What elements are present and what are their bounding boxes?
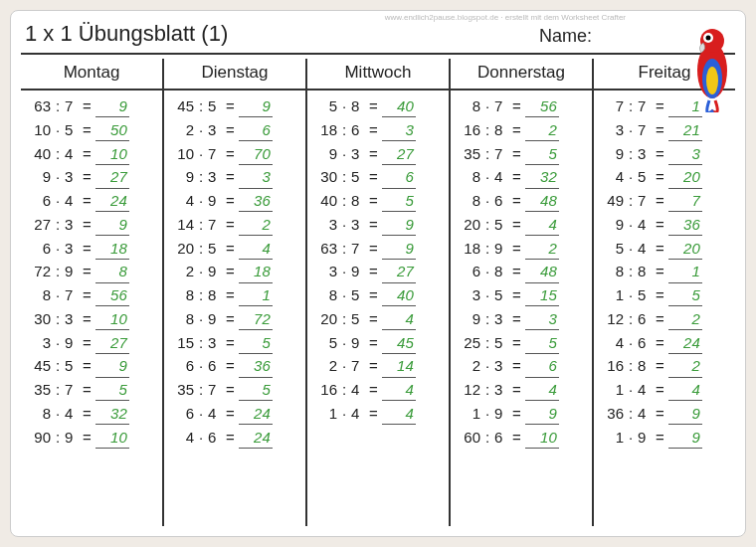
operand-b: 3 — [65, 309, 77, 329]
operator: · — [337, 96, 351, 116]
answer-blank[interactable]: 21 — [668, 120, 702, 141]
equals-sign: = — [83, 333, 92, 353]
equals-sign: = — [656, 262, 664, 281]
answer-blank[interactable]: 50 — [95, 120, 129, 141]
operator: · — [194, 404, 208, 424]
answer-blank[interactable]: 32 — [525, 167, 559, 188]
answer-blank[interactable]: 24 — [239, 428, 273, 449]
answer-blank[interactable]: 4 — [525, 215, 559, 236]
operand-b: 4 — [638, 239, 650, 259]
answer-blank[interactable]: 2 — [668, 356, 702, 377]
answer-blank[interactable]: 48 — [525, 262, 559, 282]
answer-blank[interactable]: 15 — [525, 285, 559, 306]
answer-blank[interactable]: 56 — [95, 285, 129, 306]
svg-point-2 — [706, 67, 718, 94]
answer-blank[interactable]: 40 — [382, 96, 416, 117]
answer-blank[interactable]: 3 — [668, 144, 702, 165]
problem-row: 30:3=10 — [29, 309, 158, 330]
answer-blank[interactable]: 70 — [239, 144, 273, 165]
problem-row: 8:8=1 — [602, 262, 731, 282]
answer-blank[interactable]: 2 — [668, 309, 702, 330]
answer-blank[interactable]: 4 — [382, 309, 416, 330]
answer-blank[interactable]: 4 — [382, 380, 416, 401]
answer-blank[interactable]: 27 — [95, 333, 129, 354]
answer-blank[interactable]: 2 — [525, 239, 559, 260]
answer-blank[interactable]: 3 — [382, 120, 416, 141]
answer-blank[interactable]: 9 — [239, 96, 273, 117]
answer-blank[interactable]: 24 — [239, 404, 273, 425]
answer-blank[interactable]: 9 — [668, 404, 702, 425]
answer-blank[interactable]: 56 — [525, 96, 559, 117]
answer-blank[interactable]: 9 — [95, 215, 129, 236]
answer-blank[interactable]: 1 — [239, 285, 273, 306]
answer-blank[interactable]: 72 — [239, 309, 273, 330]
answer-blank[interactable]: 14 — [382, 356, 416, 377]
equals-sign: = — [226, 96, 235, 116]
answer-blank[interactable]: 27 — [95, 167, 129, 188]
answer-blank[interactable]: 9 — [382, 215, 416, 236]
answer-blank[interactable]: 3 — [239, 167, 273, 188]
problem-row: 4·5=20 — [602, 167, 731, 188]
answer-blank[interactable]: 2 — [525, 120, 559, 141]
answer-blank[interactable]: 18 — [95, 239, 129, 260]
answer-blank[interactable]: 5 — [382, 191, 416, 212]
equals-sign: = — [83, 144, 92, 164]
problem-row: 16:8=2 — [459, 120, 588, 141]
answer-blank[interactable]: 24 — [668, 333, 702, 354]
answer-blank[interactable]: 4 — [382, 404, 416, 425]
answer-blank[interactable]: 10 — [95, 428, 129, 449]
answer-blank[interactable]: 6 — [525, 356, 559, 377]
answer-blank[interactable]: 10 — [95, 144, 129, 165]
problems-list: 8·7=5616:8=235:7=58·4=328·6=4820:5=418:9… — [451, 91, 592, 449]
equals-sign: = — [512, 239, 521, 259]
answer-blank[interactable]: 27 — [382, 262, 416, 282]
answer-blank[interactable]: 9 — [382, 239, 416, 260]
answer-blank[interactable]: 9 — [525, 404, 559, 425]
answer-blank[interactable]: 5 — [525, 144, 559, 165]
equals-sign: = — [226, 120, 235, 140]
answer-blank[interactable]: 5 — [239, 333, 273, 354]
operand-b: 6 — [638, 333, 650, 353]
answer-blank[interactable]: 9 — [95, 96, 129, 117]
operator: · — [337, 404, 351, 424]
equals-sign: = — [656, 239, 664, 259]
answer-blank[interactable]: 24 — [95, 191, 129, 212]
answer-blank[interactable]: 2 — [239, 215, 273, 236]
answer-blank[interactable]: 5 — [525, 333, 559, 354]
answer-blank[interactable]: 5 — [668, 285, 702, 306]
answer-blank[interactable]: 20 — [668, 239, 702, 260]
answer-blank[interactable]: 36 — [668, 215, 702, 236]
answer-blank[interactable]: 3 — [525, 309, 559, 330]
answer-blank[interactable]: 4 — [668, 380, 702, 401]
answer-blank[interactable]: 27 — [382, 144, 416, 165]
equals-sign: = — [369, 309, 378, 329]
answer-blank[interactable]: 40 — [382, 285, 416, 306]
answer-blank[interactable]: 9 — [668, 428, 702, 449]
answer-blank[interactable]: 1 — [668, 262, 702, 282]
answer-blank[interactable]: 10 — [525, 428, 559, 449]
operand-b: 5 — [351, 285, 363, 305]
answer-blank[interactable]: 45 — [382, 333, 416, 354]
answer-blank[interactable]: 32 — [95, 404, 129, 425]
operand-b: 6 — [494, 428, 506, 448]
answer-blank[interactable]: 18 — [239, 262, 273, 282]
answer-blank[interactable]: 6 — [239, 120, 273, 141]
answer-blank[interactable]: 5 — [239, 380, 273, 401]
answer-blank[interactable]: 8 — [95, 262, 129, 282]
answer-blank[interactable]: 4 — [525, 380, 559, 401]
answer-blank[interactable]: 4 — [239, 239, 273, 260]
equals-sign: = — [226, 404, 235, 424]
operator: : — [624, 404, 638, 424]
problem-row: 10·7=70 — [172, 144, 301, 165]
answer-blank[interactable]: 5 — [95, 380, 129, 401]
equals-sign: = — [83, 239, 92, 259]
answer-blank[interactable]: 7 — [668, 191, 702, 212]
answer-blank[interactable]: 20 — [668, 167, 702, 188]
answer-blank[interactable]: 36 — [239, 356, 273, 377]
answer-blank[interactable]: 48 — [525, 191, 559, 212]
answer-blank[interactable]: 36 — [239, 191, 273, 212]
answer-blank[interactable]: 10 — [95, 309, 129, 330]
answer-blank[interactable]: 6 — [382, 167, 416, 188]
answer-blank[interactable]: 9 — [95, 356, 129, 377]
equals-sign: = — [512, 120, 521, 140]
